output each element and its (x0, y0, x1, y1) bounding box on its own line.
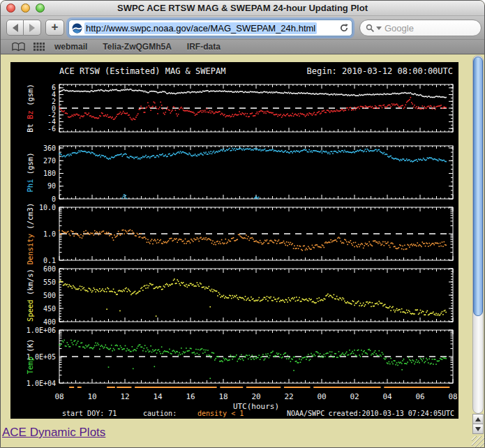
bookmark-item[interactable]: Telia-ZwQGMh5A (103, 42, 171, 52)
url-text[interactable]: http://www.swpc.noaa.gov/ace/MAG_SWEPAM_… (84, 22, 317, 34)
noaa-favicon-icon (72, 23, 82, 33)
window-title: SWPC ACE RTSW MAG & SWEPAM 24-hour Updat… (1, 3, 484, 13)
scroll-down-button[interactable] (472, 424, 484, 434)
svg-text:180: 180 (43, 170, 56, 177)
svg-text:10.0: 10.0 (39, 204, 56, 211)
ace-dynamic-plots-link[interactable]: ACE Dynamic Plots (2, 426, 105, 440)
svg-text:0.1: 0.1 (43, 257, 56, 264)
browser-toolbar: + http://www.swpc.noaa.gov/ace/MAG_SWEPA… (1, 16, 484, 40)
scroll-down-icon (475, 427, 481, 431)
svg-text:12: 12 (120, 392, 129, 401)
window-titlebar: SWPC ACE RTSW MAG & SWEPAM 24-hour Updat… (1, 1, 484, 16)
svg-text:created:2010-03-13 07:24:05UTC: created:2010-03-13 07:24:05UTC (328, 410, 454, 417)
svg-text:ACE RTSW (Estimated) MAG & SWE: ACE RTSW (Estimated) MAG & SWEPAM (59, 66, 225, 76)
svg-text:600: 600 (43, 265, 56, 273)
svg-text:08: 08 (54, 392, 64, 401)
svg-text:1.0E+06: 1.0E+06 (27, 327, 56, 334)
svg-text:NOAA/SWPC: NOAA/SWPC (287, 410, 324, 417)
svg-text:270: 270 (43, 157, 56, 165)
svg-text:90: 90 (47, 182, 56, 190)
back-icon (13, 24, 18, 32)
svg-text:start DOY: 71: start DOY: 71 (62, 410, 117, 417)
bookmarks-list: webmailTelia-ZwQGMh5AIRF-data (54, 42, 221, 52)
svg-text:20: 20 (251, 392, 260, 401)
back-button[interactable] (6, 20, 24, 36)
svg-text:22: 22 (284, 392, 293, 401)
ace-plot-svg: ACE RTSW (Estimated) MAG & SWEPAMBegin: … (10, 62, 458, 419)
page-content: ACE RTSW (Estimated) MAG & SWEPAMBegin: … (1, 54, 484, 448)
bookmarks-book-icon[interactable] (12, 42, 25, 52)
svg-text:02: 02 (350, 392, 359, 401)
forward-button[interactable] (24, 20, 41, 36)
svg-text:10: 10 (87, 392, 96, 401)
window-resize-grip[interactable] (472, 436, 484, 448)
search-icon (366, 24, 375, 33)
search-engine-dropdown-icon[interactable] (376, 27, 382, 30)
svg-text:500: 500 (43, 292, 56, 299)
svg-text:14: 14 (153, 392, 163, 401)
svg-text:400: 400 (43, 318, 56, 326)
svg-text:04: 04 (382, 392, 392, 401)
search-placeholder: Google (385, 23, 414, 33)
new-tab-button[interactable]: + (45, 20, 64, 36)
svg-text:Density (/cm3): Density (/cm3) (26, 203, 34, 265)
reload-icon[interactable] (339, 23, 349, 33)
forward-icon (29, 24, 35, 32)
svg-text:-6: -6 (47, 125, 56, 133)
svg-text:550: 550 (43, 278, 56, 286)
svg-text:Temp (K): Temp (K) (26, 339, 34, 375)
svg-text:density < 1: density < 1 (197, 410, 244, 417)
svg-text:18: 18 (218, 392, 227, 401)
svg-text:1.0: 1.0 (43, 230, 56, 238)
search-field[interactable]: Google (359, 20, 482, 36)
address-bar[interactable]: http://www.swpc.noaa.gov/ace/MAG_SWEPAM_… (68, 20, 352, 36)
svg-text:1.0E+04: 1.0E+04 (27, 380, 56, 387)
browser-window: SWPC ACE RTSW MAG & SWEPAM 24-hour Updat… (0, 0, 485, 448)
svg-text:16: 16 (186, 392, 195, 401)
svg-text:Begin: 2010-03-12 08:00:00UTC: Begin: 2010-03-12 08:00:00UTC (306, 66, 453, 76)
svg-text:Phi (gsm): Phi (gsm) (26, 153, 34, 193)
bookmark-item[interactable]: IRF-data (187, 42, 221, 52)
vertical-scrollbar[interactable] (472, 55, 484, 414)
svg-text:360: 360 (43, 144, 56, 152)
scroll-up-button[interactable] (472, 414, 484, 424)
svg-text:caution:: caution: (143, 410, 177, 417)
svg-text:00: 00 (317, 392, 326, 401)
scroll-up-icon (475, 417, 481, 421)
bookmarks-bar: webmailTelia-ZwQGMh5AIRF-data (1, 40, 484, 54)
svg-text:Bt Bz (gsm): Bt Bz (gsm) (26, 84, 34, 133)
top-sites-grid-icon[interactable] (33, 43, 45, 51)
scrollbar-thumb[interactable] (473, 57, 483, 316)
ace-plot-image: ACE RTSW (Estimated) MAG & SWEPAMBegin: … (10, 62, 458, 419)
svg-text:06: 06 (415, 392, 424, 401)
svg-text:450: 450 (43, 305, 56, 313)
svg-text:0: 0 (52, 195, 56, 203)
svg-text:Speed (km/s): Speed (km/s) (26, 269, 34, 322)
svg-text:08: 08 (448, 392, 457, 401)
bookmark-item[interactable]: webmail (54, 42, 87, 52)
